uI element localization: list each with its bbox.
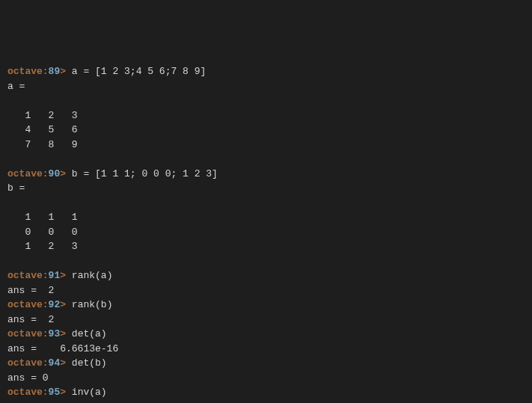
output-text: ans = 6.6613e-16 [7, 342, 525, 357]
prompt-line[interactable]: octave:94> det(b) [7, 356, 525, 371]
terminal-output[interactable]: octave:89> a = [1 2 3;4 5 6;7 8 9]a = 1 … [7, 64, 525, 403]
prompt-app-name: octave: [7, 270, 49, 281]
prompt-gt: > [60, 168, 66, 179]
prompt-app-name: octave: [7, 66, 49, 77]
command-text: b = [1 1 1; 0 0 0; 1 2 3] [66, 168, 218, 179]
prompt-line-number: 90 [49, 168, 61, 179]
prompt-line-number: 89 [49, 66, 61, 77]
prompt-app-name: octave: [7, 387, 49, 398]
prompt-line-number: 93 [49, 328, 61, 339]
prompt-line[interactable]: octave:91> rank(a) [7, 268, 525, 283]
prompt-line[interactable]: octave:92> rank(b) [7, 298, 525, 313]
command-text: rank(b) [66, 299, 112, 310]
output-text: ans = 2 [7, 313, 525, 327]
command-text: det(b) [66, 357, 107, 369]
prompt-app-name: octave: [7, 328, 49, 339]
prompt-line-number: 94 [49, 357, 61, 369]
prompt-line[interactable]: octave:95> inv(a) [7, 385, 525, 400]
command-text: rank(a) [66, 270, 112, 281]
prompt-line[interactable]: octave:93> det(a) [7, 327, 525, 342]
output-text: ans = 2 [7, 283, 525, 298]
prompt-gt: > [60, 387, 66, 398]
command-text: a = [1 2 3;4 5 6;7 8 9] [66, 66, 206, 77]
output-text: b = 1 1 1 0 0 0 1 2 3 [7, 181, 525, 268]
prompt-gt: > [60, 328, 66, 339]
command-text: det(a) [66, 328, 107, 339]
command-text: inv(a) [66, 387, 107, 398]
prompt-gt: > [60, 66, 66, 77]
prompt-app-name: octave: [7, 357, 49, 369]
prompt-gt: > [60, 270, 66, 281]
prompt-line[interactable]: octave:89> a = [1 2 3;4 5 6;7 8 9] [7, 64, 525, 79]
prompt-app-name: octave: [7, 168, 49, 179]
prompt-gt: > [60, 299, 66, 310]
warning-text: warning: matrix singular to machine prec… [7, 400, 525, 404]
prompt-line-number: 91 [49, 270, 61, 281]
prompt-gt: > [60, 357, 66, 369]
output-text: ans = 0 [7, 371, 525, 386]
prompt-line-number: 95 [49, 387, 61, 398]
prompt-app-name: octave: [7, 299, 49, 310]
prompt-line[interactable]: octave:90> b = [1 1 1; 0 0 0; 1 2 3] [7, 167, 525, 182]
prompt-line-number: 92 [49, 299, 61, 310]
output-text: a = 1 2 3 4 5 6 7 8 9 [7, 79, 525, 167]
